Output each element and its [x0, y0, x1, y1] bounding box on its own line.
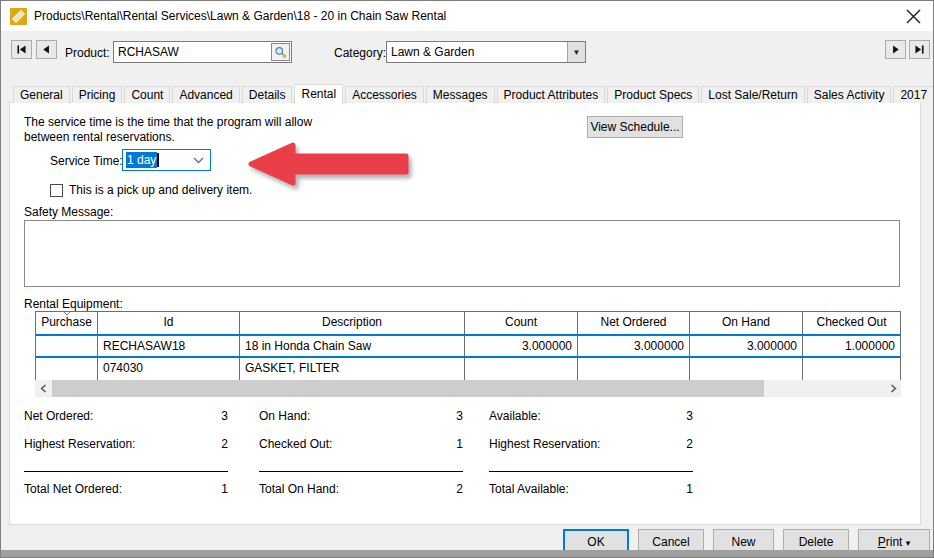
stats-divider	[489, 471, 693, 472]
tab-general[interactable]: General	[13, 86, 70, 103]
search-icon	[274, 46, 287, 59]
category-value: Lawn & Garden	[387, 45, 567, 59]
table-horizontal-scrollbar[interactable]	[35, 380, 901, 397]
scrollbar-thumb[interactable]	[52, 380, 764, 397]
scroll-right-icon[interactable]	[885, 380, 901, 397]
service-time-value: 1 day	[126, 152, 157, 168]
previous-record-icon	[40, 43, 53, 56]
cell-net-ordered: 3.000000	[578, 336, 690, 356]
price-tag-icon	[10, 8, 27, 25]
scrollbar-track[interactable]	[51, 380, 885, 397]
table-header-row: Purchase Id Description Count Net Ordere…	[36, 312, 900, 334]
tab-strip: General Pricing Count Advanced Details R…	[13, 84, 934, 103]
product-label: Product:	[65, 46, 110, 60]
cell-count: 3.000000	[465, 336, 578, 356]
print-label: Print	[878, 535, 903, 549]
stat-value: 3	[686, 409, 693, 437]
product-search-button[interactable]	[271, 43, 290, 61]
stats-column-net-ordered: Net Ordered:3 Highest Reservation:2 Tota…	[24, 409, 228, 510]
red-annotation-arrow-icon	[248, 141, 412, 187]
first-record-icon	[15, 43, 28, 56]
ok-button[interactable]: OK	[563, 529, 629, 552]
cell-checked-out: 1.000000	[803, 336, 900, 356]
stat-label: Highest Reservation:	[489, 437, 600, 465]
stat-total-label: Total Available:	[489, 482, 569, 510]
chevron-down-icon[interactable]	[193, 157, 204, 164]
stat-value: 1	[456, 437, 463, 465]
stats-column-available: Available:3 Highest Reservation:2 Total …	[489, 409, 693, 510]
new-button[interactable]: New	[713, 529, 774, 552]
tab-2017[interactable]: 2017	[893, 86, 934, 103]
stats-divider	[259, 471, 463, 472]
cell-checked-out	[803, 358, 900, 380]
column-header-net-ordered[interactable]: Net Ordered	[578, 312, 690, 334]
table-row[interactable]: RECHASAW18 18 in Honda Chain Saw 3.00000…	[36, 334, 900, 358]
cell-count	[465, 358, 578, 380]
tab-count[interactable]: Count	[124, 86, 170, 103]
last-record-icon	[913, 43, 926, 56]
cell-purchase	[36, 336, 98, 356]
previous-record-button[interactable]	[36, 40, 57, 59]
column-header-on-hand[interactable]: On Hand	[690, 312, 803, 334]
product-window: Products\Rental\Rental Services\Lawn & G…	[0, 0, 934, 558]
tab-rental[interactable]: Rental	[294, 84, 343, 104]
cell-id: 074030	[98, 358, 240, 380]
view-schedule-button[interactable]: View Schedule...	[587, 116, 683, 138]
last-record-button[interactable]	[909, 40, 930, 59]
rental-equipment-label: Rental Equipment:	[24, 297, 123, 311]
window-bottom-edge	[1, 550, 933, 557]
column-header-description[interactable]: Description	[240, 312, 465, 334]
delete-button[interactable]: Delete	[783, 529, 849, 552]
rental-equipment-table: Purchase Id Description Count Net Ordere…	[35, 311, 901, 381]
stats-column-on-hand: On Hand:3 Checked Out:1 Total On Hand:2	[259, 409, 463, 510]
category-select[interactable]: Lawn & Garden ▼	[386, 41, 586, 63]
cancel-button[interactable]: Cancel	[638, 529, 704, 552]
cell-purchase	[36, 358, 98, 380]
tab-accessories[interactable]: Accessories	[345, 86, 424, 103]
cell-description: 18 in Honda Chain Saw	[240, 336, 465, 356]
cell-on-hand: 3.000000	[690, 336, 803, 356]
window-title: Products\Rental\Rental Services\Lawn & G…	[34, 9, 446, 23]
tab-pricing[interactable]: Pricing	[72, 86, 123, 103]
first-record-button[interactable]	[11, 40, 32, 59]
tab-product-attributes[interactable]: Product Attributes	[497, 86, 606, 103]
column-header-checked-out[interactable]: Checked Out	[803, 312, 900, 334]
tab-product-specs[interactable]: Product Specs	[607, 86, 699, 103]
safety-message-textarea[interactable]	[24, 220, 900, 287]
tab-details[interactable]: Details	[242, 86, 293, 103]
category-dropdown-arrow-icon[interactable]: ▼	[567, 42, 585, 62]
product-input[interactable]: RCHASAW	[113, 41, 292, 63]
tab-advanced[interactable]: Advanced	[172, 86, 239, 103]
next-record-button[interactable]	[885, 40, 906, 59]
title-bar: Products\Rental\Rental Services\Lawn & G…	[1, 1, 933, 31]
print-dropdown-arrow-icon: ▾	[906, 538, 911, 548]
column-header-id[interactable]: Id	[98, 312, 240, 334]
tab-lost-sale-return[interactable]: Lost Sale/Return	[701, 86, 804, 103]
pickup-delivery-label: This is a pick up and delivery item.	[69, 183, 252, 197]
rental-tab-panel: The service time is the time that the pr…	[9, 102, 921, 525]
stat-value: 2	[686, 437, 693, 465]
text-caret	[157, 153, 159, 167]
stat-total-value: 1	[686, 482, 693, 510]
table-row[interactable]: 074030 GASKET, FILTER	[36, 358, 900, 380]
product-value: RCHASAW	[114, 45, 271, 59]
stat-label: On Hand:	[259, 409, 310, 437]
safety-message-label: Safety Message:	[24, 205, 113, 219]
tab-sales-activity[interactable]: Sales Activity	[807, 86, 892, 103]
stats-divider	[24, 471, 228, 472]
pickup-delivery-checkbox[interactable]	[50, 184, 63, 197]
stat-label: Available:	[489, 409, 541, 437]
stat-value: 3	[456, 409, 463, 437]
service-time-combobox[interactable]: 1 day	[122, 149, 211, 171]
tab-messages[interactable]: Messages	[426, 86, 495, 103]
stat-total-label: Total On Hand:	[259, 482, 339, 510]
column-header-count[interactable]: Count	[465, 312, 578, 334]
print-button[interactable]: Print ▾	[858, 529, 930, 552]
cell-net-ordered	[578, 358, 690, 380]
scroll-left-icon[interactable]	[35, 380, 51, 397]
close-icon[interactable]	[905, 8, 922, 25]
next-record-icon	[889, 43, 902, 56]
stat-total-value: 1	[221, 482, 228, 510]
column-header-purchase[interactable]: Purchase	[36, 312, 98, 334]
cell-on-hand	[690, 358, 803, 380]
